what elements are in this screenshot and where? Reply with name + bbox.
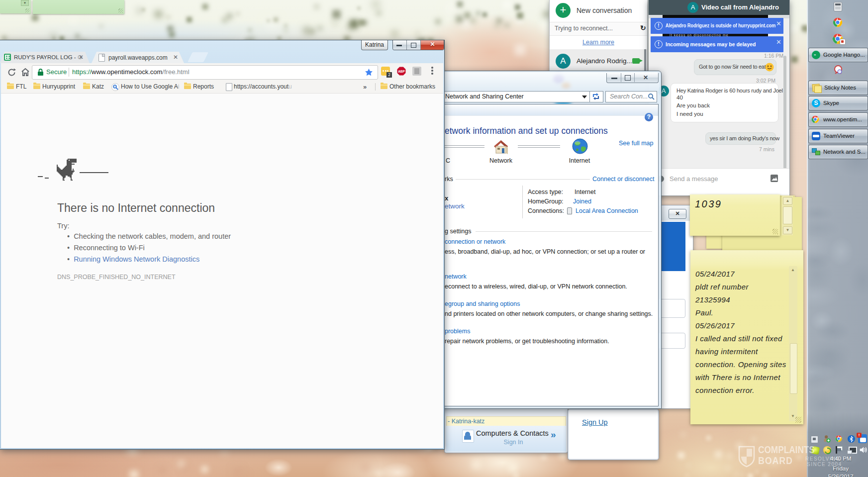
svg-text:ABP: ABP	[398, 70, 405, 73]
